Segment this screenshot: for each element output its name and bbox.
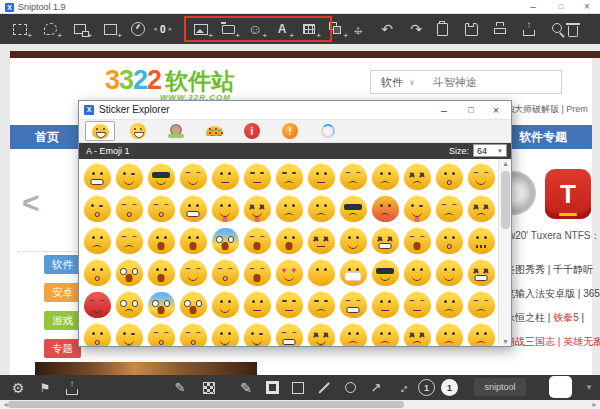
sticker-tab-info[interactable]: i bbox=[237, 121, 267, 141]
emoji-sticker[interactable] bbox=[337, 161, 369, 193]
emoji-sticker[interactable] bbox=[433, 161, 465, 193]
link[interactable]: 萌战三国志 | 英雄无敌 bbox=[505, 336, 600, 347]
emoji-sticker[interactable] bbox=[433, 193, 465, 225]
emoji-sticker[interactable] bbox=[145, 257, 177, 289]
insert-image-icon[interactable]: + bbox=[191, 19, 211, 39]
link[interactable]: 铁拳5 bbox=[553, 312, 579, 323]
redo-icon[interactable] bbox=[406, 19, 426, 39]
sticker-tab-emoji-blob[interactable] bbox=[85, 121, 115, 141]
emoji-sticker[interactable] bbox=[369, 161, 401, 193]
scroll-thumb[interactable] bbox=[501, 171, 510, 229]
grid-scrollbar[interactable]: ▲ ▼ bbox=[498, 159, 511, 346]
sticker-tab-snail[interactable] bbox=[161, 121, 191, 141]
paste-icon[interactable] bbox=[432, 19, 452, 39]
link-row[interactable]: 美图秀秀 | 千千静听 bbox=[505, 263, 593, 277]
emoji-sticker[interactable] bbox=[337, 193, 369, 225]
emoji-sticker[interactable] bbox=[465, 161, 497, 193]
search-category[interactable]: 软件 bbox=[381, 75, 403, 90]
chevron-down-icon[interactable]: ▼ bbox=[585, 383, 593, 392]
emoji-sticker[interactable] bbox=[145, 289, 177, 321]
emoji-sticker[interactable] bbox=[241, 193, 273, 225]
emoji-sticker[interactable] bbox=[177, 225, 209, 257]
emoji-sticker[interactable] bbox=[113, 225, 145, 257]
hscroll-thumb[interactable] bbox=[8, 401, 404, 408]
outline-square-icon[interactable] bbox=[288, 378, 308, 398]
insert-grid-icon[interactable]: + bbox=[299, 19, 319, 39]
insert-folder-icon[interactable]: + bbox=[218, 19, 238, 39]
emoji-sticker[interactable] bbox=[273, 193, 305, 225]
side-tag-软件[interactable]: 软件 bbox=[44, 255, 81, 274]
sticker-tab-loading[interactable] bbox=[313, 121, 343, 141]
settings-icon[interactable] bbox=[8, 378, 28, 398]
print-icon[interactable] bbox=[490, 19, 510, 39]
emoji-sticker[interactable] bbox=[113, 289, 145, 321]
emoji-sticker[interactable] bbox=[465, 193, 497, 225]
dialog-minimize-icon[interactable]: – bbox=[431, 101, 457, 120]
dialog-close-icon[interactable]: × bbox=[483, 101, 509, 120]
emoji-sticker[interactable] bbox=[81, 225, 113, 257]
link-row[interactable]: 笔输入法安卓版 | 365 bbox=[505, 287, 600, 301]
emoji-sticker[interactable] bbox=[401, 225, 433, 257]
emoji-sticker[interactable] bbox=[369, 193, 401, 225]
emoji-sticker[interactable]: ♥♥ bbox=[273, 257, 305, 289]
link[interactable]: 笔输入法安卓版 | 365 bbox=[505, 288, 600, 299]
emoji-sticker[interactable] bbox=[241, 257, 273, 289]
emoji-sticker[interactable] bbox=[273, 321, 305, 346]
emoji-sticker[interactable] bbox=[81, 257, 113, 289]
number-filled-icon[interactable]: 1 bbox=[441, 379, 458, 396]
side-tag-安卓[interactable]: 安卓 bbox=[44, 283, 81, 302]
emoji-sticker[interactable] bbox=[305, 193, 337, 225]
emoji-sticker[interactable] bbox=[177, 289, 209, 321]
emoji-sticker[interactable] bbox=[241, 321, 273, 346]
emoji-sticker[interactable] bbox=[369, 321, 401, 346]
search-input[interactable]: 斗智神途 bbox=[433, 75, 477, 90]
carousel-prev-icon[interactable]: < bbox=[22, 186, 40, 220]
emoji-sticker[interactable] bbox=[401, 321, 433, 346]
emoji-sticker[interactable] bbox=[241, 161, 273, 193]
ellipse-icon[interactable] bbox=[340, 378, 360, 398]
emoji-sticker[interactable] bbox=[305, 289, 337, 321]
emoji-sticker[interactable] bbox=[433, 289, 465, 321]
sticker-tab-taco[interactable] bbox=[199, 121, 229, 141]
emoji-sticker[interactable] bbox=[465, 257, 497, 289]
scroll-up-icon[interactable]: ▲ bbox=[499, 160, 511, 167]
emoji-sticker[interactable] bbox=[305, 161, 337, 193]
sticker-tab-emoji-round[interactable] bbox=[123, 121, 153, 141]
nav-item-topics[interactable]: 软件专题 bbox=[519, 125, 567, 149]
emoji-sticker[interactable] bbox=[145, 193, 177, 225]
emoji-sticker[interactable] bbox=[465, 321, 497, 346]
scroll-down-icon[interactable]: ▼ bbox=[499, 338, 511, 345]
emoji-sticker[interactable] bbox=[337, 289, 369, 321]
line-icon[interactable] bbox=[314, 378, 334, 398]
undo-icon[interactable] bbox=[377, 19, 397, 39]
flag-icon[interactable] bbox=[35, 378, 55, 398]
emoji-sticker[interactable] bbox=[369, 257, 401, 289]
rect-capture-icon[interactable]: + bbox=[10, 19, 30, 39]
emoji-sticker[interactable] bbox=[81, 161, 113, 193]
emoji-sticker[interactable] bbox=[273, 161, 305, 193]
emoji-sticker[interactable] bbox=[81, 193, 113, 225]
emoji-sticker[interactable] bbox=[113, 257, 145, 289]
emoji-sticker[interactable] bbox=[209, 289, 241, 321]
tuxera-app-icon[interactable]: T bbox=[545, 169, 591, 219]
emoji-sticker[interactable] bbox=[113, 193, 145, 225]
sticker-tab-warning[interactable]: ! bbox=[275, 121, 305, 141]
side-tag-游戏[interactable]: 游戏 bbox=[44, 311, 81, 330]
emoji-sticker[interactable] bbox=[177, 161, 209, 193]
link-row[interactable]: 永恒之柱 | 铁拳5 | bbox=[505, 311, 584, 325]
window-capture-icon[interactable]: + bbox=[70, 19, 90, 39]
emoji-sticker[interactable] bbox=[401, 257, 433, 289]
insert-text-icon[interactable]: + bbox=[272, 19, 292, 39]
emoji-sticker[interactable] bbox=[177, 193, 209, 225]
delay-clock-icon[interactable] bbox=[128, 19, 148, 39]
emoji-sticker[interactable] bbox=[209, 257, 241, 289]
emoji-sticker[interactable] bbox=[433, 225, 465, 257]
emoji-sticker[interactable] bbox=[113, 321, 145, 346]
emoji-sticker[interactable] bbox=[177, 321, 209, 346]
emoji-sticker[interactable] bbox=[433, 321, 465, 346]
side-tag-专题[interactable]: 专题 bbox=[44, 339, 81, 358]
freeform-capture-icon[interactable]: + bbox=[40, 19, 60, 39]
size-select[interactable]: 64 ▼ bbox=[473, 144, 507, 157]
move-icon[interactable] bbox=[348, 19, 368, 39]
dialog-maximize-icon[interactable]: □ bbox=[458, 101, 484, 120]
